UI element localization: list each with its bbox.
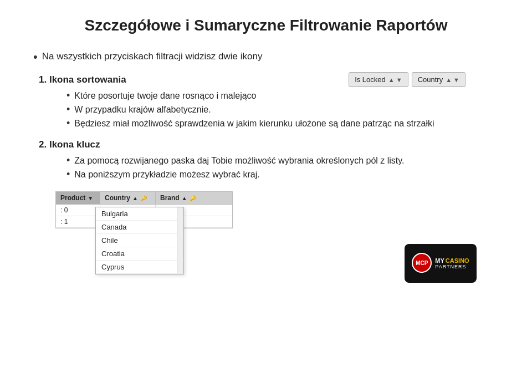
brand-header-label: Brand xyxy=(160,194,180,202)
top-bullet-text: Na wszystkich przyciskach filtracji widz… xyxy=(42,51,263,62)
mcp-logo: MCP MY CASINO PARTNERS xyxy=(405,244,477,283)
bullet-icon: • xyxy=(66,90,70,101)
is-locked-arrows: ▲ ▼ xyxy=(388,77,402,83)
section-2-bullet-2: • Na poniższym przykładzie możesz wybrać… xyxy=(66,170,499,180)
section-2-heading: Ikona klucz xyxy=(49,139,100,150)
section-1-bullet-1: • Które posortuje twoje dane rosnąco i m… xyxy=(66,91,499,101)
section-1-bullets: • Które posortuje twoje dane rosnąco i m… xyxy=(66,91,499,129)
section-2: 2. Ikona klucz • Za pomocą rozwijanego p… xyxy=(33,139,499,180)
mcp-casino-text: CASINO xyxy=(446,257,469,264)
section-2-bullet-1-text: Za pomocą rozwijanego paska daj Tobie mo… xyxy=(74,156,404,166)
section-1-heading: Ikona sortowania xyxy=(49,74,126,85)
country-header[interactable]: Country ▲ 🔑 xyxy=(100,192,156,204)
filter-buttons-area: Is Locked ▲ ▼ Country ▲ ▼ xyxy=(349,72,466,87)
section-1-bullet-1-text: Które posortuje twoje dane rosnąco i mal… xyxy=(74,91,256,101)
dropdown-item-canada[interactable]: Canada xyxy=(96,221,183,234)
country-arrows: ▲ ▼ xyxy=(446,77,459,83)
bullet-icon: • xyxy=(66,118,70,129)
section-2-title: 2. Ikona klucz xyxy=(39,139,499,150)
mcp-badge: MCP xyxy=(412,253,432,273)
section-1-number: 1. xyxy=(39,74,47,85)
page-title: Szczegółowe i Sumaryczne Filtrowanie Rap… xyxy=(33,17,499,34)
mcp-inner: MCP MY CASINO PARTNERS xyxy=(412,253,469,274)
dropdown-item-croatia[interactable]: Croatia xyxy=(96,247,183,261)
country-label: Country xyxy=(418,75,443,84)
brand-key-icon: 🔑 xyxy=(190,195,196,201)
bullet-icon: • xyxy=(66,104,70,115)
table-header-row: Product ▼ Country ▲ 🔑 Brand ▲ 🔑 xyxy=(56,192,232,205)
dropdown-item-cyprus[interactable]: Cyprus xyxy=(96,261,183,274)
brand-header[interactable]: Brand ▲ 🔑 xyxy=(156,192,211,204)
product-header-label: Product xyxy=(60,194,85,202)
mcp-badge-text: MCP xyxy=(416,260,428,266)
section-2-bullet-1: • Za pomocą rozwijanego paska daj Tobie … xyxy=(66,156,499,166)
brand-sort-icon: ▲ xyxy=(182,195,187,201)
section-2-bullets: • Za pomocą rozwijanego paska daj Tobie … xyxy=(66,156,499,180)
row2-col1: : 1 xyxy=(56,216,100,227)
product-sort-arrow: ▼ xyxy=(88,195,93,201)
bullet-icon: • xyxy=(33,50,38,64)
product-header: Product ▼ xyxy=(56,192,100,204)
section-1-bullet-3-text: Będziesz miał możliwość sprawdzenia w ja… xyxy=(74,119,434,129)
section-2-bullet-2-text: Na poniższym przykładzie możesz wybrać k… xyxy=(74,170,259,180)
section-1-bullet-2: • W przypadku krajów alfabetycznie. xyxy=(66,105,499,115)
mcp-brand-name: MY CASINO xyxy=(435,257,469,264)
section-1-bullet-3: • Będziesz miał możliwość sprawdzenia w … xyxy=(66,119,499,129)
dropdown-scrollbar[interactable] xyxy=(177,207,183,274)
row1-col1: : 0 xyxy=(56,205,100,216)
dropdown-item-chile[interactable]: Chile xyxy=(96,234,183,247)
country-dropdown[interactable]: Bulgaria Canada Chile Croatia Cyprus xyxy=(95,207,184,274)
is-locked-filter-button[interactable]: Is Locked ▲ ▼ xyxy=(349,72,408,87)
main-content: Szczegółowe i Sumaryczne Filtrowanie Rap… xyxy=(33,17,499,294)
top-bullet-section: • Na wszystkich przyciskach filtracji wi… xyxy=(33,51,499,64)
country-key-icon: 🔑 xyxy=(140,195,147,201)
illustration-area: Product ▼ Country ▲ 🔑 Brand ▲ 🔑 : 0 xyxy=(55,191,266,294)
country-header-label: Country xyxy=(105,194,130,202)
bullet-icon: • xyxy=(66,155,70,166)
section-2-number: 2. xyxy=(39,139,47,150)
mcp-partners-text: PARTNERS xyxy=(435,264,469,269)
mcp-my-text: MY xyxy=(435,257,444,264)
country-sort-icon: ▲ xyxy=(132,195,138,201)
country-filter-button[interactable]: Country ▲ ▼ xyxy=(412,72,466,87)
section-1-bullet-2-text: W przypadku krajów alfabetycznie. xyxy=(74,105,211,115)
bullet-icon: • xyxy=(66,169,70,180)
dropdown-item-bulgaria[interactable]: Bulgaria xyxy=(96,207,183,221)
is-locked-label: Is Locked xyxy=(355,75,386,84)
